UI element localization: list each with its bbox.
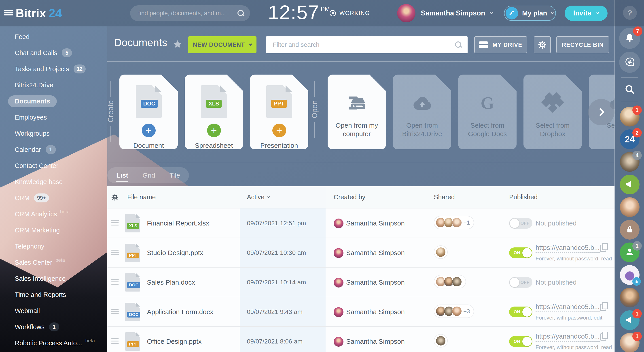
user-menu[interactable]: Samantha Simpson [421, 0, 493, 27]
bitrix24-chat[interactable]: 242 [620, 129, 640, 149]
settings-button[interactable] [534, 36, 551, 53]
publish-toggle[interactable]: ON [509, 306, 532, 317]
recycle-bin-button[interactable]: RECYCLE BIN [556, 36, 609, 53]
column-header-created-by[interactable]: Created by [334, 186, 366, 208]
filter-search-input[interactable] [272, 41, 454, 49]
chat-user-3[interactable] [620, 288, 640, 307]
working-status-button[interactable]: WORKING [326, 10, 370, 16]
publish-toggle[interactable]: ON [509, 247, 532, 258]
chat-user-2[interactable] [620, 197, 640, 217]
file-name-link[interactable]: Financial Report.xlsx [147, 209, 209, 238]
chat-group[interactable]: 4 [620, 152, 640, 172]
menu-icon[interactable] [4, 10, 14, 17]
global-search-input[interactable] [138, 10, 237, 17]
shared-users[interactable] [434, 245, 448, 259]
messenger-button[interactable] [619, 52, 640, 73]
sidebar-item-knowledge-base[interactable]: Knowledge base [0, 174, 107, 190]
shared-users[interactable] [434, 275, 466, 288]
shared-users[interactable]: +3 [434, 304, 474, 318]
published-link[interactable]: https://yanandco5.b... [536, 332, 600, 342]
announcement-teal[interactable]: 1 [620, 310, 640, 330]
add-ppt-icon[interactable]: + [272, 124, 286, 137]
column-header-published[interactable]: Published [509, 186, 538, 208]
create-card-ppt[interactable]: PPT+Presentation [250, 75, 308, 149]
publish-toggle[interactable]: OFF [509, 218, 532, 229]
bitrix24-logo[interactable]: Bitrix 24 [16, 0, 62, 27]
invite-button[interactable]: Invite [564, 6, 608, 21]
copy-link-icon[interactable] [600, 243, 608, 252]
sidebar-badge: 12 [74, 65, 86, 73]
drag-handle-icon[interactable] [111, 337, 119, 345]
sidebar-item-label: CRM Analytics [15, 211, 57, 218]
published-link[interactable]: https://yanandco5.b... [536, 303, 600, 312]
notifications-button[interactable]: 7 [619, 28, 640, 49]
open-card-open-from-my-computer[interactable]: Open from my computer [328, 75, 386, 149]
sidebar-item-chat-and-calls[interactable]: Chat and Calls5 [0, 45, 107, 61]
sidebar-item-employees[interactable]: Employees [0, 109, 107, 125]
column-header-shared[interactable]: Shared [434, 186, 455, 208]
sidebar-item-robotic-process-auto[interactable]: Robotic Process Auto...beta [0, 335, 107, 351]
sidebar-item-crm-marketing[interactable]: CRM Marketing [0, 222, 107, 238]
publish-toggle[interactable]: OFF [509, 277, 532, 288]
rail-badge [632, 277, 641, 286]
file-name-link[interactable]: Office Design.pptx [147, 327, 202, 352]
tab-tile[interactable]: Tile [170, 171, 180, 179]
shared-users[interactable]: +1 [434, 216, 474, 229]
my-drive-button[interactable]: MY DRIVE [474, 36, 527, 53]
favorite-star-icon[interactable] [173, 39, 182, 50]
create-card-xls[interactable]: XLS+Spreadsheet [185, 75, 243, 149]
open-card-open-from-bitrix24-drive[interactable]: Open from Bitrix24.Drive [393, 75, 451, 149]
column-header-file-name[interactable]: File name [127, 186, 156, 208]
my-plan-button[interactable]: My plan [504, 6, 556, 21]
sidebar-item-webmail[interactable]: Webmail [0, 303, 107, 319]
shared-users[interactable] [434, 334, 448, 347]
search-button[interactable] [619, 83, 640, 97]
sidebar-item-bitrix24-drive[interactable]: Bitrix24.Drive [0, 77, 107, 93]
anniversary-chat[interactable] [620, 265, 640, 285]
rail-badge: 1 [632, 105, 642, 115]
file-name-link[interactable]: Sales Plan.docx [147, 268, 195, 297]
sidebar-item-crm-analytics[interactable]: CRM Analyticsbeta [0, 206, 107, 222]
sidebar-item-contact-center[interactable]: Contact Center [0, 158, 107, 174]
copy-link-icon[interactable] [600, 332, 608, 340]
published-link[interactable]: https://yanandco5.b... [536, 244, 600, 253]
drag-handle-icon[interactable] [111, 307, 119, 315]
tab-list[interactable]: List [116, 171, 128, 179]
column-header-active[interactable]: Active [247, 186, 270, 208]
drag-handle-icon[interactable] [111, 248, 119, 256]
sidebar-item-documents[interactable]: Documents [0, 93, 107, 109]
drag-handle-icon[interactable] [111, 278, 119, 286]
chat-user-1[interactable]: 1 [620, 107, 640, 126]
announcement-green[interactable] [620, 175, 640, 194]
open-card-select-from-google-docs[interactable]: GSelect from Google Docs [458, 75, 516, 149]
file-name-link[interactable]: Application Form.docx [147, 297, 213, 327]
user-avatar[interactable] [397, 4, 416, 22]
sidebar-item-label-wrap: CRM Analytics [15, 211, 57, 218]
sidebar-item-sales-center[interactable]: Sales Centerbeta [0, 254, 107, 270]
add-doc-icon[interactable]: + [142, 124, 156, 137]
sidebar-item-workgroups[interactable]: Workgroups [0, 125, 107, 141]
sidebar-item-feed[interactable]: Feed [0, 29, 107, 45]
create-card-doc[interactable]: DOC+Document [120, 75, 178, 149]
carousel-next-button[interactable] [588, 99, 614, 125]
sidebar-item-telephony[interactable]: Telephony [0, 238, 107, 254]
not-published-label: Not published [536, 209, 576, 238]
new-document-button[interactable]: NEW DOCUMENT [188, 36, 256, 53]
sidebar-item-workflows[interactable]: Workflows1 [0, 319, 107, 335]
sidebar-item-calendar[interactable]: Calendar1 [0, 141, 107, 158]
sidebar-item-sales-intelligence[interactable]: Sales Intelligence [0, 270, 107, 287]
drag-handle-icon[interactable] [111, 219, 119, 227]
add-xls-icon[interactable]: + [207, 124, 221, 137]
tab-grid[interactable]: Grid [142, 171, 155, 179]
chat-user-4[interactable]: 1 [620, 333, 640, 352]
sidebar-item-tasks-and-projects[interactable]: Tasks and Projects12 [0, 61, 107, 77]
private-chat[interactable] [620, 220, 640, 240]
sidebar-item-crm[interactable]: CRM99+ [0, 190, 107, 206]
invite-users[interactable]: 1 [620, 243, 640, 262]
open-card-select-from-dropbox[interactable]: Select from Dropbox [524, 75, 582, 149]
sidebar-item-time-and-reports[interactable]: Time and Reports [0, 287, 107, 303]
table-settings-gear-icon[interactable] [111, 186, 119, 208]
file-name-link[interactable]: Studio Design.pptx [147, 238, 203, 268]
publish-toggle[interactable]: ON [509, 336, 532, 347]
copy-link-icon[interactable] [600, 302, 608, 311]
